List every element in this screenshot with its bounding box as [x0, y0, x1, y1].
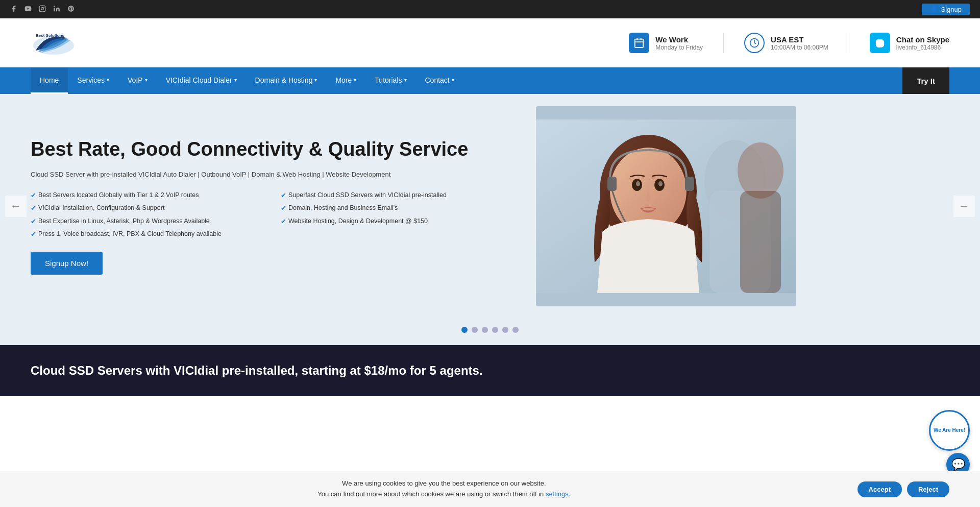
skype-subtitle: live:info_614986 — [896, 44, 949, 51]
work-hours-text: We Work Monday to Friday — [655, 35, 703, 51]
hero-signup-button[interactable]: Signup Now! — [31, 252, 103, 275]
calendar-icon — [629, 33, 649, 53]
check-icon-1: ✔ — [31, 190, 36, 201]
check-icon-6: ✔ — [281, 216, 286, 227]
tutorials-dropdown-arrow: ▾ — [404, 77, 407, 83]
more-dropdown-arrow: ▾ — [354, 77, 356, 83]
vicidial-dropdown-arrow: ▾ — [234, 77, 237, 83]
skype-title: Chat on Skype — [896, 35, 949, 44]
pinterest-link[interactable] — [67, 5, 75, 14]
feature-2: ✔ Superfast Cloud SSD Servers with VICId… — [281, 190, 521, 201]
hero-image — [536, 106, 796, 306]
dot-1[interactable] — [461, 327, 468, 333]
svg-point-3 — [44, 7, 44, 7]
check-icon-5: ✔ — [31, 216, 36, 227]
feature-3: ✔ VICIdial Installation, Configuration &… — [31, 203, 271, 213]
hero-content: Best Rate, Good Connectivity & Quality S… — [31, 94, 536, 319]
timezone-info: USA EST 10:00AM to 06:00PM — [744, 33, 828, 53]
nav-vicidial[interactable]: VICIdial Cloud Dialer ▾ — [157, 67, 246, 94]
nav-home[interactable]: Home — [31, 67, 68, 94]
social-links — [10, 5, 75, 14]
voip-dropdown-arrow: ▾ — [145, 77, 148, 83]
timezone-text: USA EST 10:00AM to 06:00PM — [771, 35, 828, 51]
svg-point-5 — [54, 6, 55, 7]
nav-domain-hosting[interactable]: Domain & Hosting ▾ — [246, 67, 327, 94]
hero-heading: Best Rate, Good Connectivity & Quality S… — [31, 138, 521, 161]
top-bar: 👤 Signup — [0, 0, 980, 18]
svg-point-2 — [41, 7, 44, 10]
work-hours-subtitle: Monday to Friday — [655, 44, 703, 51]
check-icon-7: ✔ — [31, 229, 36, 239]
main-nav: Home Services ▾ VoIP ▾ VICIdial Cloud Di… — [0, 67, 980, 94]
feature-6: ✔ Website Hosting, Design & Development … — [281, 216, 521, 227]
skype-icon — [870, 33, 890, 53]
svg-rect-4 — [54, 8, 55, 11]
work-hours-title: We Work — [655, 35, 703, 44]
dot-4[interactable] — [492, 327, 498, 333]
domain-dropdown-arrow: ▾ — [314, 77, 317, 83]
signup-icon: 👤 — [930, 6, 938, 13]
svg-point-23 — [636, 181, 640, 186]
signup-label: Signup — [941, 6, 962, 13]
carousel-prev-button[interactable]: ← — [5, 196, 27, 217]
svg-point-16 — [738, 142, 783, 199]
divider-2 — [849, 33, 849, 53]
timezone-subtitle: 10:00AM to 06:00PM — [771, 44, 828, 51]
nav-more[interactable]: More ▾ — [326, 67, 365, 94]
svg-point-29 — [660, 194, 662, 196]
youtube-link[interactable] — [24, 5, 32, 14]
svg-text:Best Solutions: Best Solutions — [36, 33, 65, 38]
svg-point-24 — [658, 181, 663, 186]
dark-promo-section: Cloud SSD Servers with VICIdial pre-inst… — [0, 345, 980, 396]
hero-features-list: ✔ Best Servers located Globally with Tie… — [31, 190, 521, 239]
dot-2[interactable] — [472, 327, 478, 333]
signup-button[interactable]: 👤 Signup — [922, 4, 970, 15]
header: Best Solutions We Work Monday to Friday — [0, 18, 980, 67]
dot-6[interactable] — [512, 327, 519, 333]
try-it-button[interactable]: Try It — [902, 67, 949, 94]
nav-contact[interactable]: Contact ▾ — [416, 67, 463, 94]
skype-info: Chat on Skype live:info_614986 — [870, 33, 949, 53]
timezone-title: USA EST — [771, 35, 828, 44]
nav-voip[interactable]: VoIP ▾ — [118, 67, 157, 94]
carousel-next-button[interactable]: → — [953, 196, 975, 217]
svg-point-28 — [634, 194, 636, 196]
contact-dropdown-arrow: ▾ — [452, 77, 454, 83]
nav-tutorials[interactable]: Tutorials ▾ — [365, 67, 415, 94]
feature-4: ✔ Domain, Hosting and Business Email's — [281, 203, 521, 213]
carousel-dots — [0, 319, 980, 345]
nav-services[interactable]: Services ▾ — [68, 67, 118, 94]
header-info: We Work Monday to Friday USA EST 10:00AM… — [629, 33, 949, 53]
hero-subtitle: Cloud SSD Server with pre-installed VICI… — [31, 170, 521, 180]
svg-rect-26 — [685, 177, 694, 191]
facebook-link[interactable] — [10, 5, 17, 14]
divider-1 — [723, 33, 724, 53]
logo[interactable]: Best Solutions — [31, 28, 77, 58]
hero-section: ← Best Rate, Good Connectivity & Quality… — [0, 94, 980, 319]
dot-3[interactable] — [482, 327, 488, 333]
skype-text: Chat on Skype live:info_614986 — [896, 35, 949, 51]
feature-7: ✔ Press 1, Voice broadcast, IVR, PBX & C… — [31, 229, 271, 239]
services-dropdown-arrow: ▾ — [107, 77, 109, 83]
svg-rect-8 — [635, 39, 644, 48]
svg-rect-17 — [740, 191, 781, 293]
check-icon-4: ✔ — [281, 203, 286, 213]
feature-1: ✔ Best Servers located Globally with Tie… — [31, 190, 271, 201]
instagram-link[interactable] — [39, 5, 46, 14]
work-hours-info: We Work Monday to Friday — [629, 33, 703, 53]
linkedin-link[interactable] — [53, 5, 60, 14]
check-icon-3: ✔ — [31, 203, 36, 213]
dark-section-heading: Cloud SSD Servers with VICIdial pre-inst… — [31, 364, 949, 378]
clock-icon — [744, 33, 765, 53]
svg-rect-1 — [39, 6, 45, 12]
feature-5: ✔ Best Expertise in Linux, Asterisk, Php… — [31, 216, 271, 227]
dot-5[interactable] — [502, 327, 508, 333]
check-icon-2: ✔ — [281, 190, 286, 201]
